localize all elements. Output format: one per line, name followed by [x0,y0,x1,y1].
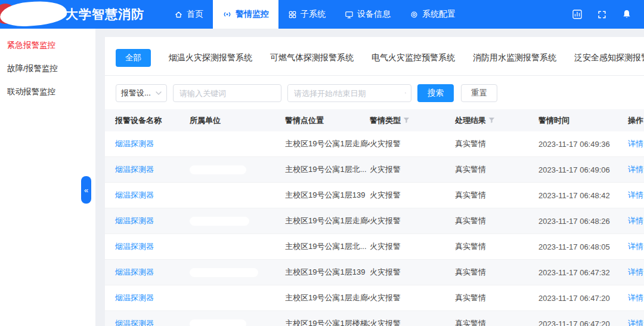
result-cell: 真实警情 [455,164,538,175]
sidebar-collapse-button[interactable]: « [81,176,91,204]
device-name-link[interactable]: 烟温探测器 [115,139,154,148]
sidebar-item-label: 联动报警监控 [7,87,55,96]
time-cell: 2023-11-17 06:47:32 [538,268,628,277]
device-name-link[interactable]: 烟温探测器 [115,242,154,251]
actions-cell: 详情 处理 [628,267,644,278]
col-unit: 所属单位 [190,115,285,126]
sidebar-item-label: 紧急报警监控 [7,41,55,50]
top-navbar: 大学智慧消防 首页 警情监控 子系统 设备信息 系统配置 [0,0,644,29]
detail-link[interactable]: 详情 [628,164,643,175]
location-cell: 主校区19号公寓1层楼梯3 [285,318,370,326]
keyword-input[interactable] [173,84,281,102]
alarm-type-cell: 火灾报警 [370,139,455,149]
broadcast-icon [222,10,232,19]
fullscreen-icon[interactable] [597,10,607,20]
reset-button[interactable]: 重置 [461,84,497,102]
device-name-cell: 烟温探测器 [115,293,190,303]
actions-cell: 详情 处理 [628,241,644,252]
home-icon [174,10,183,19]
main-nav: 首页 警情监控 子系统 设备信息 系统配置 [165,0,465,29]
sidebar: 紧急报警监控 故障/报警监控 联动报警监控 [0,29,95,326]
unit-cell [190,242,285,251]
device-name-cell: 烟温探测器 [115,241,190,252]
table-body: 烟温探测器 主校区19号公寓1层走廊4 火灾报警 真实警情 2023-11-17… [105,131,644,326]
bell-icon[interactable] [621,9,632,20]
nav-item-label: 系统配置 [422,9,456,20]
device-name-link[interactable]: 烟温探测器 [115,319,154,326]
filter-funnel-icon[interactable] [403,117,410,124]
detail-link[interactable]: 详情 [628,190,643,201]
nav-item-alarm-monitoring[interactable]: 警情监控 [213,0,278,29]
unit-redaction [190,191,208,200]
table-row: 烟温探测器 主校区19号公寓1层走廊4 火灾报警 真实警情 2023-11-17… [105,131,644,157]
alarm-type-cell: 火灾报警 [370,267,455,278]
time-cell: 2023-11-17 06:49:36 [538,140,628,149]
nav-item-label: 警情监控 [236,9,269,20]
device-name-link[interactable]: 烟温探测器 [115,293,154,302]
device-name-link[interactable]: 烟温探测器 [115,267,154,276]
location-cell: 主校区19号公寓1层北... [285,164,370,175]
search-button[interactable]: 搜索 [417,84,454,102]
detail-link[interactable]: 详情 [628,241,643,252]
tab-all[interactable]: 全部 [116,49,151,67]
table-row: 烟温探测器 主校区19号公寓1层楼梯3 火灾报警 真实警情 2023-11-17… [105,311,644,326]
nav-item-system-config[interactable]: 系统配置 [400,0,465,29]
tab-pansafety-system[interactable]: 泛安全感知探测报警系统 [574,53,644,63]
detail-link[interactable]: 详情 [628,267,643,278]
detail-link[interactable]: 详情 [628,318,643,326]
app-logo [0,0,66,29]
result-cell: 真实警情 [455,241,538,252]
location-cell: 主校区19号公寓1层走廊4 [285,293,370,303]
alarm-type-cell: 火灾报警 [370,164,455,175]
nav-item-device-info[interactable]: 设备信息 [335,0,400,29]
col-location: 警情点位置 [285,115,370,126]
sidebar-item-emergency-alarm[interactable]: 紧急报警监控 [0,33,95,57]
col-alarm-type: 警情类型 [370,115,455,126]
collapse-chevrons-icon: « [84,186,88,195]
alarm-type-cell: 火灾报警 [370,190,455,201]
filter-funnel-icon[interactable] [488,117,495,124]
device-name-link[interactable]: 烟温探测器 [115,190,154,199]
tab-gas-system[interactable]: 可燃气体探测报警系统 [270,53,354,63]
table-header-row: 报警设备名称 所属单位 警情点位置 警情类型 处理结果 警情时间 操作 [105,109,644,131]
col-result: 处理结果 [455,115,538,126]
detail-link[interactable]: 详情 [628,216,643,226]
col-time: 警情时间 [538,115,628,126]
tab-water-system[interactable]: 消防用水监测报警系统 [473,53,556,63]
date-range-input[interactable] [288,85,405,102]
device-type-select[interactable]: 报警设... [116,84,167,102]
time-cell: 2023-11-17 06:48:26 [538,217,628,226]
location-cell: 主校区19号公寓1层139 [285,267,370,278]
table-row: 烟温探测器 主校区19号公寓1层走廊4 火灾报警 真实警情 2023-11-17… [105,285,644,311]
nav-item-home[interactable]: 首页 [165,0,213,29]
time-cell: 2023-11-17 06:48:42 [538,191,628,200]
tab-smoke-temp-system[interactable]: 烟温火灾探测报警系统 [169,53,252,63]
calendar-icon [405,89,406,97]
sidebar-item-fault-alarm[interactable]: 故障/报警监控 [0,57,95,80]
system-tabs: 全部 烟温火灾探测报警系统 可燃气体探测报警系统 电气火灾监控预警系统 消防用水… [105,37,644,76]
chart-icon[interactable] [572,9,583,20]
result-cell: 真实警情 [455,267,538,278]
time-cell: 2023-11-17 06:47:20 [538,319,628,326]
select-value: 报警设... [121,88,151,99]
unit-cell [190,139,285,149]
detail-link[interactable]: 详情 [628,293,643,303]
unit-redaction [190,319,246,326]
result-cell: 真实警情 [455,318,538,326]
actions-cell: 详情 处理 [628,190,644,201]
navbar-actions [572,9,644,20]
location-cell: 主校区19号公寓1层走廊4 [285,139,370,149]
nav-item-label: 设备信息 [357,9,391,20]
grid-icon [288,10,297,19]
result-cell: 真实警情 [455,139,538,149]
alarm-type-cell: 火灾报警 [370,293,455,303]
device-name-link[interactable]: 烟温探测器 [115,216,154,225]
col-actions: 操作 [628,115,644,126]
date-range-picker[interactable] [287,84,411,102]
sidebar-item-linkage-alarm[interactable]: 联动报警监控 [0,80,95,103]
nav-item-subsystems[interactable]: 子系统 [278,0,335,29]
unit-cell [190,319,285,326]
tab-electrical-system[interactable]: 电气火灾监控预警系统 [371,53,455,63]
detail-link[interactable]: 详情 [628,139,643,149]
device-name-link[interactable]: 烟温探测器 [115,165,154,174]
